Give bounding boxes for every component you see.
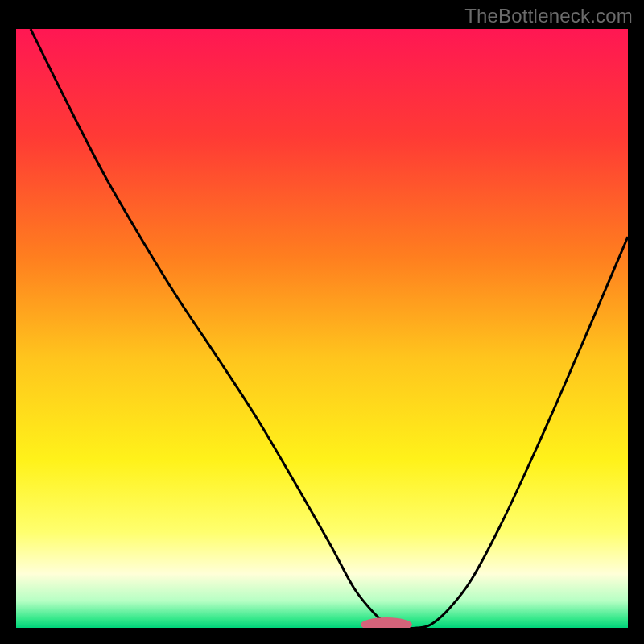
plot-area: [16, 29, 628, 628]
watermark-text: TheBottleneck.com: [464, 5, 633, 27]
figure-frame: TheBottleneck.com: [0, 0, 644, 644]
bottleneck-chart: [16, 29, 628, 628]
gradient-background: [16, 29, 628, 628]
